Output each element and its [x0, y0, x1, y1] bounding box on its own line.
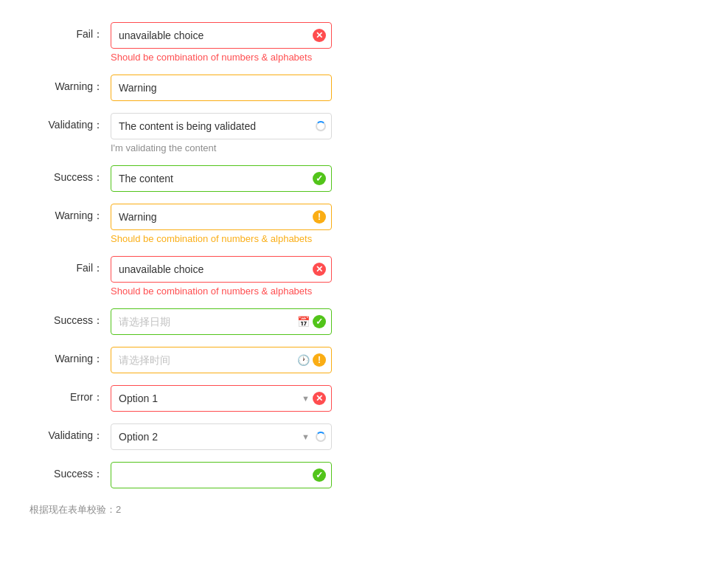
label-warning-text: Warning： [29, 75, 111, 94]
date-suffix-icons: 📅 ✓ [297, 315, 326, 328]
label-validating-text: Validating： [29, 113, 111, 132]
field-wrapper-validating-select: ▼ [111, 423, 332, 450]
form-row-warning-text2: Warning： ! Should be combination of numb… [29, 204, 673, 244]
label-error-select: Error： [29, 385, 111, 404]
input-wrapper-warning-text [111, 75, 332, 101]
validating-text-input[interactable] [111, 113, 332, 139]
error-select-fail-icon: ✕ [313, 392, 326, 405]
error-select-input[interactable] [111, 385, 332, 412]
success-empty-input[interactable] [111, 462, 332, 488]
label-validating-select: Validating： [29, 423, 111, 443]
input-wrapper-warning-text2: ! [111, 204, 332, 230]
label-warning-time: Warning： [29, 347, 111, 366]
form-row-success-empty: Success： ✓ [29, 462, 673, 488]
clock-icon: 🕐 [297, 354, 310, 366]
time-suffix-icons: 🕐 ! [297, 353, 326, 367]
field-wrapper-validating-text: I'm validating the content [111, 113, 332, 153]
field-wrapper-success-empty: ✓ [111, 462, 332, 488]
warning-text2-message: Should be combination of numbers & alpha… [111, 233, 332, 244]
warning-icon2: ! [313, 210, 326, 224]
label-fail-text: Fail： [29, 22, 111, 41]
footer-text: 根据现在表单校验：2 [29, 503, 673, 516]
label-success-empty: Success： [29, 462, 111, 481]
success-empty-icon: ✓ [313, 468, 326, 482]
warning-text2-input[interactable] [111, 204, 332, 230]
validating-select-input[interactable] [111, 423, 332, 450]
fail-text-error: Should be combination of numbers & alpha… [111, 52, 332, 63]
validating-spinner [316, 121, 326, 131]
input-wrapper-success-empty: ✓ [111, 462, 332, 488]
input-wrapper-success-date: 📅 ✓ [111, 308, 332, 335]
form-row-fail-text2: Fail： ✕ Should be combination of numbers… [29, 256, 673, 297]
field-wrapper-error-select: ▼ ✕ [111, 385, 332, 412]
validating-text-message: I'm validating the content [111, 142, 332, 153]
fail-text-input[interactable] [111, 22, 332, 49]
calendar-icon: 📅 [297, 316, 310, 328]
field-wrapper-fail-text2: ✕ Should be combination of numbers & alp… [111, 256, 332, 297]
fail-icon: ✕ [313, 29, 326, 42]
success-date-icon: ✓ [313, 315, 326, 328]
form-row-fail-text: Fail： ✕ Should be combination of numbers… [29, 22, 673, 63]
input-wrapper-success-text: ✓ [111, 165, 332, 192]
success-icon: ✓ [313, 172, 326, 185]
form-row-validating-select: Validating： ▼ [29, 423, 673, 450]
input-wrapper-validating-text [111, 113, 332, 139]
field-wrapper-warning-time: 🕐 ! [111, 347, 332, 373]
form-row-validating-text: Validating： I'm validating the content [29, 113, 673, 153]
input-wrapper-fail-text: ✕ [111, 22, 332, 49]
fail-text2-error: Should be combination of numbers & alpha… [111, 286, 332, 297]
field-wrapper-fail-text: ✕ Should be combination of numbers & alp… [111, 22, 332, 63]
label-fail-text2: Fail： [29, 256, 111, 275]
input-wrapper-error-select: ▼ ✕ [111, 385, 332, 412]
label-success-date: Success： [29, 308, 111, 328]
input-wrapper-validating-select: ▼ [111, 423, 332, 450]
input-wrapper-warning-time: 🕐 ! [111, 347, 332, 373]
field-wrapper-warning-text [111, 75, 332, 101]
label-success-text: Success： [29, 165, 111, 184]
input-wrapper-fail-text2: ✕ [111, 256, 332, 283]
page-container: Fail： ✕ Should be combination of numbers… [0, 0, 702, 539]
field-wrapper-success-date: 📅 ✓ [111, 308, 332, 335]
success-text-input[interactable] [111, 165, 332, 192]
validating-select-spinner [316, 432, 326, 442]
form-row-error-select: Error： ▼ ✕ [29, 385, 673, 412]
warning-time-icon: ! [313, 353, 326, 367]
warning-text-input[interactable] [111, 75, 332, 101]
fail-icon2: ✕ [313, 263, 326, 276]
form-row-success-text: Success： ✓ [29, 165, 673, 192]
form-row-success-date: Success： 📅 ✓ [29, 308, 673, 335]
form-row-warning-time: Warning： 🕐 ! [29, 347, 673, 373]
label-warning-text2: Warning： [29, 204, 111, 223]
form-row-warning-text: Warning： [29, 75, 673, 101]
field-wrapper-warning-text2: ! Should be combination of numbers & alp… [111, 204, 332, 244]
fail-text2-input[interactable] [111, 256, 332, 283]
field-wrapper-success-text: ✓ [111, 165, 332, 192]
